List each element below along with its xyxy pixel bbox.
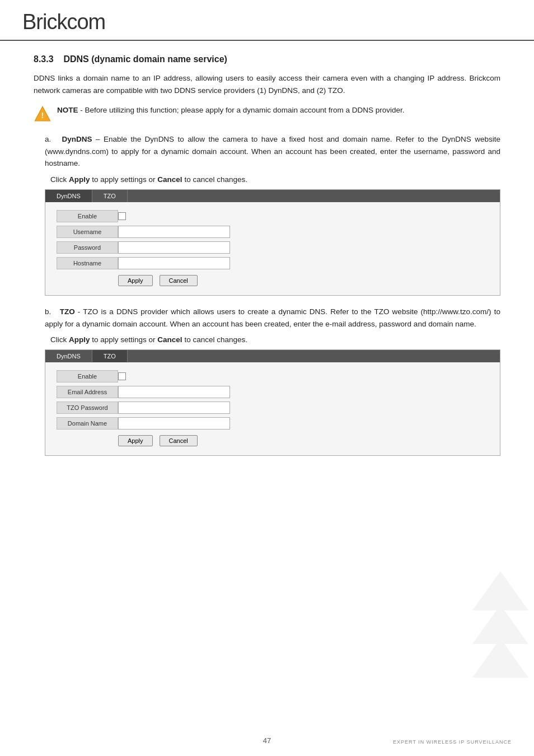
input-password[interactable] [118,241,230,254]
checkbox-enable-a[interactable] [118,212,126,220]
label-enable-a: Enable [57,210,118,222]
item-a-dash: – [92,135,104,143]
note-text: NOTE - Before utilizing this function; p… [57,104,405,116]
tab-tzo-b[interactable]: TZO [92,350,128,362]
dyndns-form-body: Enable Username Password Hostname Apply [45,202,500,295]
watermark-decoration [467,566,534,689]
svg-marker-3 [472,605,528,644]
tab-dyndns-b[interactable]: DynDNS [45,350,92,362]
item-a-click-note: Click Apply to apply settings or Cancel … [50,175,500,184]
logo: Brickcom [22,10,512,34]
tzo-form-panel: DynDNS TZO Enable Email Address TZO Pass… [45,349,500,456]
form-row-domain: Domain Name [57,417,489,430]
section-number: 8.3.3 [34,54,54,64]
form-row-email: Email Address [57,386,489,398]
form-row-hostname: Hostname [57,257,489,269]
logo-light: com [67,10,105,34]
cancel-button-b[interactable]: Cancel [160,435,198,446]
note-body: - Before utilizing this function; please… [78,106,405,114]
item-a-title: DynDNS [62,135,92,143]
input-domain[interactable] [118,417,230,430]
tzo-form-buttons: Apply Cancel [118,435,489,446]
item-a-cancel-inline: Cancel [157,175,182,184]
item-b: b. TZO - TZO is a DDNS provider which al… [45,306,500,456]
item-b-cancel-inline: Cancel [157,335,182,344]
svg-marker-2 [472,571,528,610]
item-a-letter: a. [45,135,51,143]
item-b-description: TZO is a DDNS provider which allows user… [45,307,500,328]
main-content: 8.3.3 DDNS (dynamic domain name service)… [0,41,534,488]
label-hostname: Hostname [57,257,118,269]
apply-button-a[interactable]: Apply [118,275,153,286]
intro-paragraph: DDNS links a domain name to an IP addres… [34,72,500,96]
warning-icon: ! [34,105,51,123]
svg-text:!: ! [41,111,44,120]
form-row-tzo-password: TZO Password [57,402,489,414]
label-password: Password [57,241,118,254]
checkbox-enable-b[interactable] [118,372,126,380]
input-tzo-password[interactable] [118,402,230,414]
form-row-enable-b: Enable [57,370,489,382]
input-email[interactable] [118,386,230,398]
form-row-username: Username [57,226,489,238]
item-b-click-note: Click Apply to apply settings or Cancel … [50,335,500,344]
input-hostname[interactable] [118,257,230,269]
item-b-letter: b. [45,307,51,316]
tab-tzo-a[interactable]: TZO [92,190,128,202]
tzo-tab-bar: DynDNS TZO [45,350,500,362]
logo-bold: Brick [22,10,67,34]
footer-tagline: EXPERT IN WIRELESS IP SURVEILLANCE [393,739,512,745]
page-number: 47 [263,736,271,745]
tab-dyndns-a[interactable]: DynDNS [45,190,92,202]
section-heading-subtitle: (dynamic domain name service) [91,54,227,64]
section-title: 8.3.3 DDNS (dynamic domain name service) [34,54,500,64]
item-b-dash: - [75,307,83,316]
svg-marker-4 [472,638,528,678]
item-a-description: Enable the DynDNS to allow the camera to… [45,135,500,167]
item-b-apply-inline: Apply [69,335,90,344]
label-enable-b: Enable [57,370,118,382]
label-username: Username [57,226,118,238]
form-row-enable-a: Enable [57,210,489,222]
input-username[interactable] [118,226,230,238]
item-a-header: a. DynDNS – Enable the DynDNS to allow t… [45,133,500,170]
note-box: ! NOTE - Before utilizing this function;… [34,104,500,123]
dyndns-form-panel: DynDNS TZO Enable Username Password Host… [45,189,500,296]
section-heading-bold: DDNS [63,54,88,64]
item-a: a. DynDNS – Enable the DynDNS to allow t… [45,133,500,296]
label-tzo-password: TZO Password [57,402,118,414]
item-b-title: TZO [60,307,75,316]
apply-button-b[interactable]: Apply [118,435,153,446]
item-b-header: b. TZO - TZO is a DDNS provider which al… [45,306,500,330]
tzo-form-body: Enable Email Address TZO Password Domain… [45,362,500,455]
dyndns-tab-bar: DynDNS TZO [45,190,500,202]
cancel-button-a[interactable]: Cancel [160,275,198,286]
page-header: Brickcom [0,0,534,41]
note-label: NOTE [57,106,78,114]
label-domain: Domain Name [57,417,118,430]
label-email: Email Address [57,386,118,398]
item-a-apply-inline: Apply [69,175,90,184]
form-row-password: Password [57,241,489,254]
dyndns-form-buttons: Apply Cancel [118,275,489,286]
